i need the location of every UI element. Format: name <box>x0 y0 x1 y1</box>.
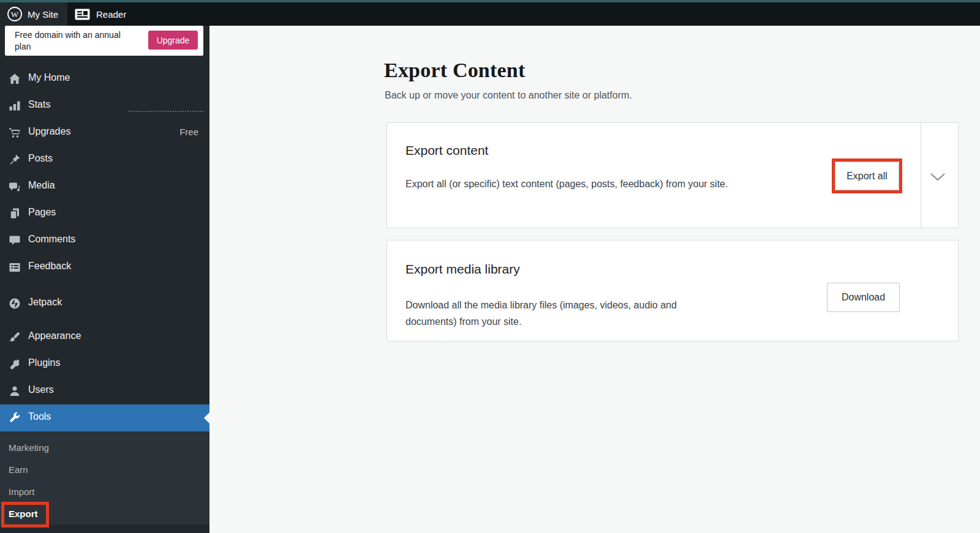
stats-icon <box>9 100 21 112</box>
export-content-card: Export content Export all (or specific) … <box>386 122 959 228</box>
submenu-item-earn[interactable]: Earn <box>0 460 209 482</box>
sidebar-item-posts[interactable]: Posts <box>0 146 209 173</box>
plug-icon <box>9 358 21 370</box>
submenu-item-marketing[interactable]: Marketing <box>0 438 209 460</box>
pushpin-icon <box>9 154 21 166</box>
wrench-icon <box>9 412 21 424</box>
user-icon <box>9 385 21 397</box>
submenu-label: Marketing <box>9 442 49 453</box>
feedback-form-icon <box>9 261 21 274</box>
sidebar-item-pages[interactable]: Pages <box>0 200 209 227</box>
wordpress-admin-screen: W My Site Reader Free domain with an ann… <box>0 0 980 533</box>
sidebar-item-appearance[interactable]: Appearance <box>0 324 209 351</box>
sidebar-item-plugins[interactable]: Plugins <box>0 351 209 378</box>
brush-icon <box>9 331 21 343</box>
export-media-card: Export media library Download all the me… <box>386 240 959 341</box>
free-domain-banner: Free domain with an annual plan Upgrade <box>5 26 203 56</box>
chevron-down-icon <box>930 173 948 182</box>
sidebar-item-label: Plugins <box>28 357 60 368</box>
card-divider <box>921 123 921 228</box>
reader-label: Reader <box>96 9 126 20</box>
banner-text: Free domain with an annual plan <box>15 29 137 53</box>
sidebar-item-label: Pages <box>28 207 56 218</box>
sidebar-item-upgrades[interactable]: Upgrades Free <box>0 119 209 146</box>
sidebar-item-feedback[interactable]: Feedback <box>0 254 209 281</box>
sidebar-item-label: Upgrades <box>28 126 70 137</box>
expand-options-button[interactable] <box>930 171 948 184</box>
svg-text:W: W <box>11 10 19 19</box>
card-title: Export media library <box>405 262 520 277</box>
card-description: Download all the media library files (im… <box>405 297 727 330</box>
download-button[interactable]: Download <box>827 283 900 312</box>
cart-icon <box>9 127 21 139</box>
my-site-label: My Site <box>28 9 58 20</box>
export-all-button[interactable]: Export all <box>835 162 899 190</box>
sidebar-item-label: Tools <box>28 411 51 422</box>
sidebar-item-media[interactable]: Media <box>0 173 209 200</box>
stats-sparkline-baseline <box>129 111 203 112</box>
main-content: Export Content Back up or move your cont… <box>209 26 980 533</box>
sidebar-item-label: Stats <box>28 99 50 110</box>
sidebar-item-stats[interactable]: Stats <box>0 92 209 119</box>
masthead: W My Site Reader <box>0 2 980 26</box>
pages-icon <box>9 207 21 220</box>
reader-menu[interactable]: Reader <box>75 2 126 26</box>
my-site-menu[interactable]: W My Site <box>0 2 67 26</box>
reader-icon <box>75 9 90 20</box>
admin-sidebar: Free domain with an annual plan Upgrade … <box>0 26 209 533</box>
submenu-label: Import <box>9 486 35 497</box>
page-title: Export Content <box>384 59 525 82</box>
active-item-arrow <box>204 412 209 423</box>
sidebar-item-label: Jetpack <box>28 297 62 308</box>
sidebar-item-users[interactable]: Users <box>0 378 209 404</box>
sidebar-item-label: Posts <box>28 153 53 164</box>
upgrade-button[interactable]: Upgrade <box>148 31 198 50</box>
media-icon <box>9 181 21 193</box>
sidebar-item-label: Appearance <box>28 330 81 341</box>
card-title: Export content <box>405 143 488 158</box>
page-subtitle: Back up or move your content to another … <box>385 90 632 101</box>
home-icon <box>9 73 21 85</box>
plan-badge: Free <box>179 127 198 137</box>
sidebar-item-label: My Home <box>28 72 70 83</box>
submenu-label: Earn <box>9 464 28 475</box>
submenu-item-export[interactable]: Export <box>0 504 209 526</box>
sidebar-item-my-home[interactable]: My Home <box>0 65 209 92</box>
wordpress-logo-icon: W <box>7 6 23 22</box>
sidebar-item-tools[interactable]: Tools <box>0 404 209 431</box>
sidebar-item-jetpack[interactable]: Jetpack <box>0 290 209 317</box>
sidebar-item-comments[interactable]: Comments <box>0 227 209 254</box>
sidebar-item-label: Media <box>28 180 55 191</box>
submenu-item-import[interactable]: Import <box>0 482 209 504</box>
comment-bubble-icon <box>9 234 21 247</box>
jetpack-icon <box>9 297 21 310</box>
card-description: Export all (or specific) text content (p… <box>405 176 742 192</box>
submenu-label: Export <box>9 509 38 519</box>
sidebar-item-label: Comments <box>28 234 75 245</box>
sidebar-item-label: Users <box>28 384 54 395</box>
sidebar-item-label: Feedback <box>28 261 71 272</box>
